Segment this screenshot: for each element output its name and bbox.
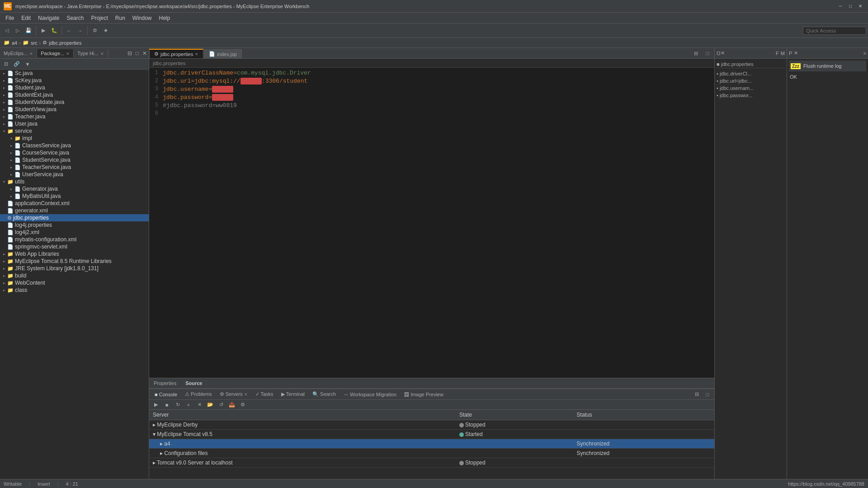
server-misc[interactable]: ⚙ xyxy=(238,400,248,410)
toolbar-back[interactable]: ← xyxy=(64,26,74,36)
minimize-button[interactable]: ─ xyxy=(836,2,844,10)
tree-item[interactable]: ▸📄Teacher.java xyxy=(0,113,149,120)
tree-item[interactable]: 📄mybatis-configuration.xml xyxy=(0,236,149,243)
menu-project[interactable]: Project xyxy=(87,14,111,22)
close-button[interactable]: ✕ xyxy=(856,2,864,10)
server-open[interactable]: 📂 xyxy=(205,400,215,410)
toolbar-forward[interactable]: → xyxy=(75,26,85,36)
tree-item[interactable]: ▸📁MyEclipse Tomcat 8.5 Runtime Libraries xyxy=(0,258,149,265)
right-tab-m[interactable]: M xyxy=(781,51,785,56)
quick-access-input[interactable] xyxy=(803,27,866,35)
tree-item[interactable]: ▸📁WebContent xyxy=(0,279,149,286)
server-remove[interactable]: ✕ xyxy=(194,400,204,410)
tree-item[interactable]: ▸📄ScKey.java xyxy=(0,77,149,84)
tree-item[interactable]: ▸📁class xyxy=(0,286,149,294)
tab-properties[interactable]: Properties xyxy=(149,379,181,387)
breadcrumb-a4[interactable]: a4 xyxy=(12,40,17,46)
bottom-tab-problems[interactable]: ⚠ Problems xyxy=(181,390,216,399)
tree-item[interactable]: ▸📄Student.java xyxy=(0,84,149,91)
tree-item[interactable]: 📄springmvc-servlet.xml xyxy=(0,243,149,250)
toolbar-save[interactable]: 💾 xyxy=(24,26,33,36)
tree-item[interactable]: ▸📄Sc.java xyxy=(0,70,149,77)
editor-tab-jdbc[interactable]: ⚙ jdbc.properties ✕ xyxy=(149,49,203,58)
far-right-cmd[interactable]: > xyxy=(863,51,866,56)
menu-help[interactable]: Help xyxy=(156,14,174,22)
tree-item[interactable]: ▸📄UserService.java xyxy=(0,171,149,178)
server-stop[interactable]: ■ xyxy=(162,400,172,410)
tree-item[interactable]: ▸📄StudentValidate.java xyxy=(0,99,149,106)
left-panel-menu[interactable]: ⊟ xyxy=(126,49,134,57)
server-row[interactable]: ▸ MyEclipse Derby Stopped xyxy=(149,420,714,430)
bottom-tab-workspace[interactable]: ↔ Workspace Migration xyxy=(340,390,400,399)
editor-min[interactable]: ⊟ xyxy=(691,48,701,58)
tree-item[interactable]: 📄applicationContext.xml xyxy=(0,200,149,207)
tree-item[interactable]: ▸📄Generator.java xyxy=(0,185,149,192)
toolbar-misc2[interactable]: ★ xyxy=(101,26,111,36)
breadcrumb-file[interactable]: jdbc.properties xyxy=(49,40,81,46)
right-tab-o[interactable]: O xyxy=(717,51,721,56)
bottom-tab-search[interactable]: 🔍 Search xyxy=(309,390,340,399)
tree-item[interactable]: ▸📄StudentExt.java xyxy=(0,91,149,99)
menu-file[interactable]: File xyxy=(2,14,18,22)
tree-item[interactable]: ▸📄CourseService.java xyxy=(0,149,149,156)
far-right-p[interactable]: P xyxy=(789,51,792,56)
tree-item[interactable]: 📄log4j2.xml xyxy=(0,229,149,236)
servers-close-icon[interactable]: ✕ xyxy=(244,392,248,397)
left-link[interactable]: 🔗 xyxy=(12,59,22,69)
tree-item[interactable]: ▸📄StudentView.java xyxy=(0,106,149,113)
server-restart[interactable]: ↻ xyxy=(173,400,183,410)
toolbar-debug[interactable]: 🐛 xyxy=(49,26,59,36)
right-tab-f[interactable]: F xyxy=(776,51,779,56)
server-new[interactable]: + xyxy=(184,400,193,410)
left-panel-max[interactable]: □ xyxy=(134,49,141,57)
tab-package[interactable]: Package...✕ xyxy=(37,49,74,57)
server-refresh[interactable]: ↺ xyxy=(216,400,226,410)
left-collapse-all[interactable]: ⊟ xyxy=(1,59,11,69)
tab-myeclipse[interactable]: MyEclips...✕ xyxy=(0,49,37,57)
tree-item[interactable]: ⚙jdbc.properties xyxy=(0,214,149,221)
bottom-tab-servers[interactable]: ⚙ Servers ✕ xyxy=(216,390,251,399)
maximize-button[interactable]: □ xyxy=(846,2,854,10)
tree-item[interactable]: ▸📄MyBatisUtil.java xyxy=(0,192,149,200)
tree-item[interactable]: ▾📁service xyxy=(0,127,149,135)
tree-item[interactable]: ▾📁utils xyxy=(0,178,149,185)
server-row[interactable]: ▾ MyEclipse Tomcat v8.5 Started xyxy=(149,430,714,439)
breadcrumb-src[interactable]: src xyxy=(31,40,38,46)
toolbar-open[interactable]: ▷ xyxy=(13,26,23,36)
tree-item[interactable]: ▸📄User.java xyxy=(0,120,149,127)
toolbar-run[interactable]: ▶ xyxy=(38,26,48,36)
tab-typehi[interactable]: Type Hi...✕ xyxy=(74,49,108,57)
menu-run[interactable]: Run xyxy=(112,14,129,22)
right-tab-close[interactable]: ✕ xyxy=(721,50,725,56)
toolbar-new[interactable]: ◁ xyxy=(2,26,12,36)
tree-item[interactable]: ▸📁build xyxy=(0,272,149,279)
editor-area[interactable]: 1jdbc.driverClassName=com.mysql.jdbc.Dri… xyxy=(149,68,714,378)
bottom-panel-min[interactable]: ⊟ xyxy=(692,389,702,399)
bottom-tab-terminal[interactable]: ▶ Terminal xyxy=(278,390,308,399)
server-row[interactable]: ▸ Tomcat v9.0 Server at localhost Stoppe… xyxy=(149,458,714,468)
bottom-tab-console[interactable]: ■ Console xyxy=(151,390,181,399)
bottom-tab-image[interactable]: 🖼 Image Preview xyxy=(401,390,447,399)
far-right-close[interactable]: ✕ xyxy=(794,50,798,56)
bottom-panel-max[interactable]: □ xyxy=(703,389,712,399)
menu-navigate[interactable]: Navigate xyxy=(34,14,63,22)
tree-item[interactable]: ▸📄ClassesService.java xyxy=(0,142,149,149)
server-start[interactable]: ▶ xyxy=(151,400,161,410)
tree-item[interactable]: ▸📁JRE System Library [jdk1.8.0_131] xyxy=(0,265,149,272)
tab-source[interactable]: Source xyxy=(181,379,207,387)
bottom-tab-tasks[interactable]: ✓ Tasks xyxy=(252,390,277,399)
tree-item[interactable]: ▸📄TeacherService.java xyxy=(0,164,149,171)
tree-item[interactable]: 📄generator.xml xyxy=(0,207,149,214)
tree-item[interactable]: ▸📁Web App Libraries xyxy=(0,250,149,258)
tree-item[interactable]: 📄log4j.properties xyxy=(0,221,149,229)
menu-window[interactable]: Window xyxy=(129,14,156,22)
menu-edit[interactable]: Edit xyxy=(18,14,34,22)
editor-tab-index[interactable]: 📄 index.jsp xyxy=(204,49,241,58)
tree-item[interactable]: ▸📄StudentService.java xyxy=(0,156,149,164)
left-panel-close[interactable]: ✕ xyxy=(141,49,149,57)
editor-max[interactable]: □ xyxy=(703,48,712,58)
editor-tab-jdbc-close[interactable]: ✕ xyxy=(195,52,198,56)
server-row[interactable]: ▸ Configuration files Synchronized xyxy=(149,449,714,458)
menu-search[interactable]: Search xyxy=(63,14,87,22)
left-menu[interactable]: ▼ xyxy=(23,59,33,69)
